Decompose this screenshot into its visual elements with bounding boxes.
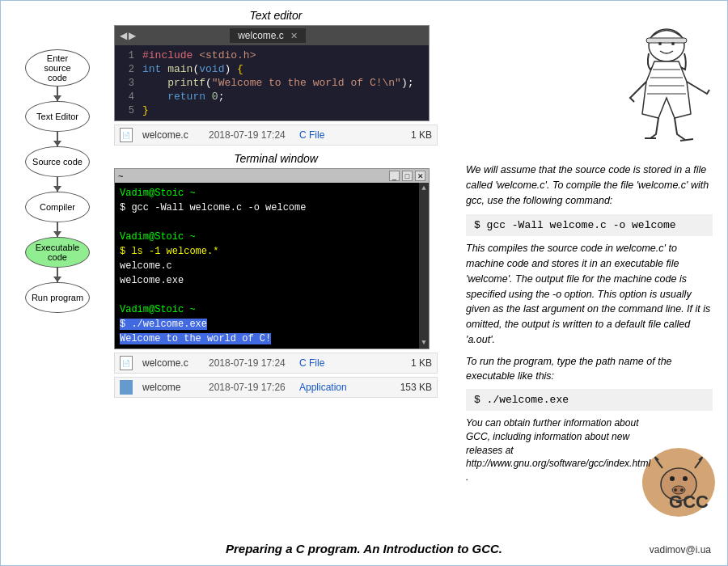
svg-point-2 — [658, 42, 662, 45]
source-filesize: 1 KB — [411, 129, 432, 141]
arrow-right-icon[interactable]: ▶ — [129, 30, 136, 41]
closing-brace: } — [142, 104, 149, 116]
c-filetype: C File — [299, 357, 356, 369]
flow-diagram: Enter source code Text Editor Source cod… — [9, 49, 106, 313]
exe-filesize: 153 KB — [400, 382, 432, 393]
svg-line-9 — [680, 139, 693, 141]
line-num-4: 4 — [118, 91, 134, 103]
file-doc-icon: 📄 — [120, 128, 133, 142]
term-line-12 — [120, 346, 424, 348]
right-paragraph-1: We will assume that the source code is s… — [466, 163, 713, 208]
include-keyword: #include — [142, 49, 193, 61]
term-line-4: Vadim@Stoic ~ — [120, 230, 424, 244]
flow-arrow-3 — [57, 177, 58, 192]
program-output: Welcome to the world of C! — [120, 333, 271, 344]
command-block-1: $ gcc -Wall welcome.c -o welcome — [466, 214, 713, 236]
code-editor-titlebar: ◀ ▶ welcome.c ✕ — [115, 26, 429, 45]
term-line-10: $ ./welcome.exe — [120, 317, 424, 332]
c-filename: welcome.c — [142, 357, 199, 369]
line-num-1: 1 — [118, 50, 134, 61]
term-line-1: Vadim@Stoic ~ — [120, 186, 424, 201]
file-entry-source: 📄 welcome.c 2018-07-19 17:24 C File 1 KB — [114, 125, 438, 146]
terminal-scrollbar[interactable]: ▲ ▼ — [419, 183, 429, 348]
svg-point-12 — [670, 476, 675, 481]
exe-filetype: Application — [299, 382, 356, 393]
svg-rect-1 — [646, 38, 687, 43]
code-line-3: 3 printf("Welcome to the world of C!\n")… — [115, 76, 429, 90]
terminal-body[interactable]: Vadim@Stoic ~ $ gcc -Wall welcome.c -o w… — [115, 183, 429, 348]
scroll-up-icon[interactable]: ▲ — [420, 183, 427, 194]
gcc-logo-container: GCC — [642, 448, 719, 521]
code-editor-window: ◀ ▶ welcome.c ✕ 1 #include <stdio.h> 2 i… — [114, 25, 430, 121]
titlebar-arrows: ◀ ▶ — [120, 30, 136, 41]
code-line-4: 4 return 0; — [115, 90, 429, 103]
gcc-oval: GCC — [642, 448, 715, 517]
void-keyword: void — [199, 63, 224, 75]
c-filesize: 1 KB — [411, 357, 432, 369]
flow-item-compiler: Compiler — [25, 192, 90, 237]
c-filedate: 2018-07-19 17:24 — [209, 357, 290, 369]
svg-point-13 — [683, 476, 688, 481]
code-line-2: 2 int main(void) { — [115, 62, 429, 76]
flow-item-executable: Executable code — [25, 237, 90, 282]
printf-function: printf — [167, 77, 205, 89]
return-keyword: return — [167, 91, 205, 103]
code-line-1: 1 #include <stdio.h> — [115, 49, 429, 62]
maximize-icon[interactable]: □ — [402, 171, 413, 181]
source-filename: welcome.c — [142, 129, 199, 141]
editor-tab[interactable]: welcome.c ✕ — [230, 28, 306, 43]
code-line-5: 5 } — [115, 103, 429, 117]
close-tab-icon[interactable]: ✕ — [290, 31, 298, 41]
page-title: Preparing a C program. An Introduction t… — [1, 542, 727, 555]
svg-point-3 — [671, 42, 675, 45]
character-illustration — [614, 9, 719, 154]
source-filetype: C File — [299, 129, 356, 141]
terminal-path: ~ — [118, 171, 123, 181]
flow-arrow-4 — [57, 222, 58, 237]
right-paragraph-2: This compiles the source code in welcome… — [466, 241, 713, 347]
term-line-3 — [120, 215, 424, 230]
close-icon[interactable]: ✕ — [415, 171, 425, 181]
term-line-2: $ gcc -Wall welcome.c -o welcome — [120, 201, 424, 215]
scroll-down-icon[interactable]: ▼ — [420, 337, 427, 348]
highlighted-command: $ ./welcome.exe — [120, 319, 207, 330]
flow-item-editor: Text Editor — [25, 101, 90, 146]
terminal-controls: _ □ ✕ — [389, 171, 425, 181]
minimize-icon[interactable]: _ — [389, 171, 400, 181]
file-app-icon — [120, 380, 133, 395]
center-panel: Text editor ◀ ▶ welcome.c ✕ 1 #include <… — [114, 9, 438, 398]
source-filedate: 2018-07-19 17:24 — [209, 129, 290, 141]
term-line-6: welcome.c — [120, 259, 424, 273]
gcc-info-text: You can obtain further information about… — [466, 416, 644, 484]
flow-oval-source: Source code — [25, 146, 90, 177]
terminal-titlebar: ~ _ □ ✕ — [115, 169, 429, 183]
term-line-9: Vadim@Stoic ~ — [120, 302, 424, 317]
flow-arrow-2 — [57, 132, 58, 146]
right-text-panel: We will assume that the source code is s… — [466, 163, 713, 416]
terminal-title: Terminal window — [114, 152, 438, 165]
gcc-label: GCC — [669, 492, 709, 513]
file-entry-exe: welcome 2018-07-19 17:26 Application 153… — [114, 377, 438, 398]
right-paragraph-3: To run the program, type the path name o… — [466, 354, 713, 385]
main-function: main — [167, 63, 193, 75]
stdio-header: <stdio.h> — [199, 49, 256, 61]
flow-item-run: Run program — [25, 282, 90, 313]
string-literal: "Welcome to the world of C!\n" — [212, 77, 401, 89]
command-block-2: $ ./welcome.exe — [466, 389, 713, 411]
flow-oval-compiler: Compiler — [25, 192, 90, 222]
int-keyword: int — [142, 63, 161, 75]
flow-arrow-5 — [57, 268, 58, 282]
flow-oval-enter: Enter source code — [25, 49, 90, 87]
arrow-left-icon[interactable]: ◀ — [120, 30, 127, 41]
exe-filename: welcome — [142, 382, 199, 393]
exe-filedate: 2018-07-19 17:26 — [209, 382, 290, 393]
tab-filename: welcome.c — [238, 30, 284, 41]
terminal-window: ~ _ □ ✕ Vadim@Stoic ~ $ gcc -Wall welcom… — [114, 168, 430, 349]
line-num-2: 2 — [118, 64, 134, 75]
flow-arrow-1 — [57, 87, 58, 101]
flow-item-enter: Enter source code — [25, 49, 90, 101]
flow-oval-executable: Executable code — [25, 237, 90, 268]
line-num-3: 3 — [118, 78, 134, 89]
line-num-5: 5 — [118, 105, 134, 116]
return-value: 0 — [212, 91, 218, 103]
